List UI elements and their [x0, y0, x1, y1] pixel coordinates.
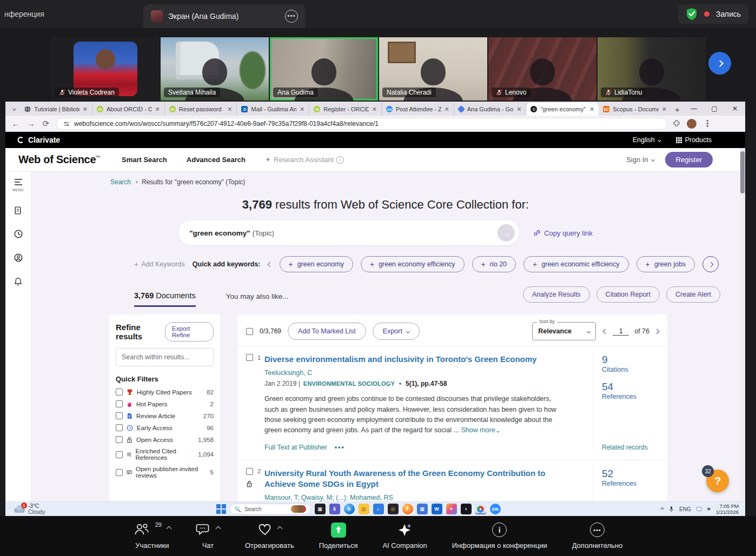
- extensions-puzzle-icon[interactable]: [673, 120, 680, 128]
- scrollbar-thumb[interactable]: [740, 151, 745, 193]
- mic-tray-icon[interactable]: [669, 506, 674, 512]
- citations-count[interactable]: 9: [602, 354, 658, 366]
- sort-by-select[interactable]: Sort by Relevance: [532, 322, 596, 340]
- show-more-link[interactable]: Show more: [461, 426, 499, 434]
- file-explorer-icon[interactable]: ▥: [359, 504, 369, 514]
- add-to-marked-list-button[interactable]: Add To Marked List: [288, 323, 366, 340]
- recording-indicator[interactable]: Запись: [678, 4, 748, 24]
- page-number-input[interactable]: [613, 327, 629, 336]
- nav-research-assistant[interactable]: ✦ Research Assistant i: [265, 156, 344, 164]
- page-scrollbar[interactable]: [740, 148, 745, 516]
- ai-companion-button[interactable]: AI Companion: [382, 522, 427, 550]
- participant-tile[interactable]: Natalia Cheradi: [379, 37, 487, 101]
- products-menu[interactable]: Products: [676, 136, 712, 144]
- participant-tile[interactable]: Violeta Codrean: [51, 37, 160, 101]
- app-icon-dark[interactable]: ▦: [315, 504, 326, 514]
- browser-menu-icon[interactable]: ⋮: [703, 118, 712, 129]
- tab-close-icon[interactable]: ✕: [300, 106, 304, 113]
- keyword-pill[interactable]: +green economic efficiency: [523, 256, 628, 272]
- chrome-icon-active[interactable]: [475, 504, 486, 514]
- reload-icon[interactable]: ⟳: [41, 119, 51, 129]
- browser-tab[interactable]: iD Reset password - OR✕: [165, 103, 237, 116]
- nav-advanced-search[interactable]: Advanced Search: [187, 156, 246, 164]
- documents-icon[interactable]: [14, 206, 23, 215]
- language-indicator[interactable]: ENG: [679, 506, 691, 512]
- react-button[interactable]: Отреагировать: [245, 522, 294, 550]
- sign-in-menu[interactable]: Sign In: [626, 156, 654, 164]
- browser-tab[interactable]: O Mail - Gudima Ana -✕: [237, 103, 309, 116]
- citations-label[interactable]: Citations: [602, 366, 658, 373]
- analyze-results-button[interactable]: Analyze Results: [523, 286, 590, 303]
- tab-close-icon[interactable]: ✕: [445, 106, 449, 113]
- result-title-link[interactable]: University Rural Youth Awareness of the …: [264, 468, 567, 490]
- filter-review-article[interactable]: Review Article 270: [116, 412, 214, 419]
- history-icon[interactable]: [14, 229, 23, 239]
- references-count[interactable]: 52: [602, 468, 658, 480]
- participants-button[interactable]: 29 Участники: [134, 522, 171, 550]
- checkbox[interactable]: [116, 451, 123, 458]
- taskbar-search[interactable]: 🔍 Search: [230, 504, 311, 514]
- copilot-icon[interactable]: ✦: [446, 504, 457, 514]
- create-alert-button[interactable]: Create Alert: [666, 286, 720, 303]
- browser-tab-active[interactable]: C "green economy" (To✕: [526, 103, 599, 116]
- checkbox[interactable]: [116, 424, 123, 431]
- keywords-next-button[interactable]: [702, 256, 719, 272]
- browser-tab[interactable]: SC Scopus - Document✕: [599, 103, 671, 116]
- search-submit-button[interactable]: →: [498, 224, 515, 242]
- language-selector[interactable]: English: [633, 136, 661, 144]
- full-text-link[interactable]: Full Text at Publisher: [264, 444, 327, 451]
- select-all-checkbox[interactable]: [246, 328, 253, 335]
- references-label[interactable]: References: [602, 480, 658, 487]
- store-icon[interactable]: ⌂: [373, 504, 384, 514]
- keyword-pill[interactable]: +green jobs: [636, 256, 695, 272]
- firefox-icon[interactable]: f: [402, 504, 413, 514]
- calculator-icon[interactable]: ▦: [417, 504, 428, 514]
- copy-query-link[interactable]: Copy query link: [533, 229, 593, 237]
- citation-report-button[interactable]: Citation Report: [596, 286, 660, 303]
- wave-app-icon[interactable]: ◖: [461, 504, 472, 514]
- tab-close-icon[interactable]: ✕: [662, 106, 667, 113]
- bell-icon[interactable]: [14, 277, 23, 286]
- next-participants-button[interactable]: [708, 52, 731, 75]
- help-beacon-button[interactable]: ? 32: [706, 470, 729, 492]
- result-title-link[interactable]: Diverse environmentalism and inclusivity…: [264, 354, 579, 365]
- chevron-up-icon[interactable]: [277, 526, 282, 532]
- search-app-icon[interactable]: ◎: [388, 504, 399, 514]
- screen-share-tab[interactable]: Экран (Ana Gudima) •••: [143, 4, 306, 28]
- participant-tile[interactable]: Svetlana Mihaila: [161, 37, 269, 101]
- register-button[interactable]: Register: [665, 152, 713, 168]
- checkbox[interactable]: [116, 388, 123, 396]
- prev-page-button[interactable]: [603, 329, 608, 334]
- maximize-button[interactable]: ▢: [704, 105, 725, 112]
- browser-profile-avatar[interactable]: [687, 119, 697, 129]
- export-button[interactable]: Export: [373, 323, 420, 340]
- result-authors[interactable]: Mansour, T; Qwaisy, M; (...); Mohamed, R…: [264, 494, 579, 501]
- tab-close-icon[interactable]: ✕: [227, 106, 232, 113]
- menu-icon[interactable]: [14, 178, 23, 186]
- meeting-info-button[interactable]: i Информация о конференции: [452, 522, 547, 550]
- site-settings-icon[interactable]: [63, 120, 70, 127]
- filter-highly-cited[interactable]: Highly Cited Papers 82: [116, 388, 214, 396]
- checkbox[interactable]: [116, 469, 123, 476]
- tab-close-icon[interactable]: ✕: [83, 106, 88, 113]
- volume-icon[interactable]: 🕪: [707, 506, 710, 512]
- minimize-button[interactable]: —: [684, 105, 704, 112]
- filter-hot-papers[interactable]: Hot Papers 2: [116, 400, 214, 407]
- share-screen-button[interactable]: Поделиться: [319, 522, 358, 550]
- weather-widget[interactable]: 6 -3°C Cloudy: [5, 503, 135, 515]
- filter-open-access[interactable]: Open Access 1,958: [116, 436, 214, 443]
- result-checkbox[interactable]: [246, 354, 253, 361]
- keyword-pill[interactable]: +green economy efficiency: [361, 256, 465, 272]
- more-options-icon[interactable]: •••: [335, 444, 345, 451]
- more-button[interactable]: ••• Дополнительно: [572, 522, 623, 550]
- tab-documents[interactable]: 3,769 Documents: [134, 291, 196, 307]
- checkbox[interactable]: [116, 400, 123, 407]
- checkbox[interactable]: [116, 436, 123, 443]
- journal-dropdown-icon[interactable]: ▼: [398, 381, 402, 386]
- participant-tile-active-speaker[interactable]: Ana Gudima: [270, 37, 378, 101]
- tab-close-icon[interactable]: ✕: [372, 106, 377, 113]
- word-icon[interactable]: W: [432, 504, 442, 514]
- references-label[interactable]: References: [602, 393, 658, 400]
- nav-smart-search[interactable]: Smart Search: [122, 156, 167, 164]
- close-button[interactable]: ✕: [725, 105, 745, 112]
